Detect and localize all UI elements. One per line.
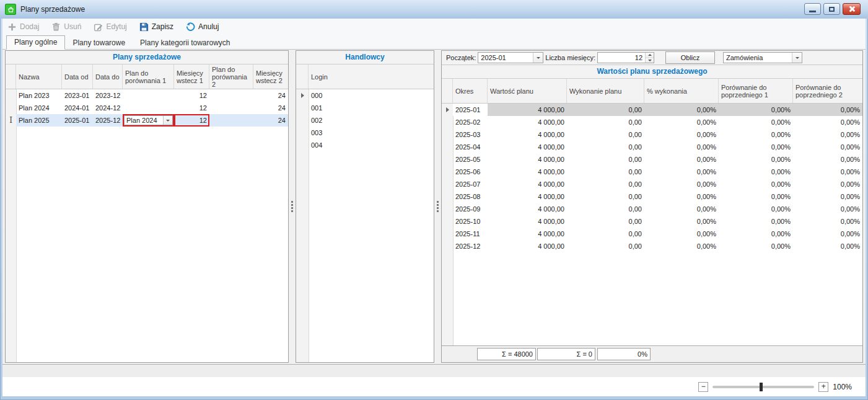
grid-cell[interactable]: 2025-12 bbox=[453, 240, 488, 252]
table-row[interactable]: 2025-114 000,000,000,00%0,00%0,00% bbox=[442, 228, 862, 240]
row-selector[interactable] bbox=[296, 102, 309, 114]
grid-cell[interactable]: 0,00% bbox=[644, 215, 719, 228]
grid-cell[interactable] bbox=[209, 89, 253, 102]
grid-cell[interactable]: Plan 2025 bbox=[16, 114, 62, 127]
grid-cell[interactable]: 0,00% bbox=[793, 240, 862, 252]
table-row[interactable]: 2025-054 000,000,000,00%0,00%0,00% bbox=[442, 153, 862, 166]
add-button[interactable]: Dodaj bbox=[7, 22, 39, 32]
grid-cell[interactable]: 2023-12 bbox=[93, 89, 123, 102]
row-selector[interactable] bbox=[442, 240, 453, 252]
grid-cell[interactable]: 4 000,00 bbox=[488, 128, 567, 141]
delete-button[interactable]: Usuń bbox=[51, 22, 81, 32]
grid-cell[interactable]: 12 bbox=[174, 114, 209, 127]
table-row[interactable]: 002 bbox=[296, 114, 434, 127]
column-header-data-do[interactable]: Data do bbox=[93, 64, 123, 89]
grid-cell[interactable]: 2025-07 bbox=[453, 178, 488, 190]
grid-cell[interactable]: 0,00% bbox=[719, 190, 793, 203]
zoom-out-button[interactable]: − bbox=[698, 382, 708, 392]
table-row[interactable]: 2025-104 000,000,000,00%0,00%0,00% bbox=[442, 215, 862, 228]
grid-cell[interactable]: 4 000,00 bbox=[488, 215, 567, 228]
row-selector[interactable] bbox=[442, 104, 453, 116]
grid-cell[interactable]: 2025-04 bbox=[453, 141, 488, 153]
zoom-in-button[interactable]: + bbox=[818, 382, 828, 392]
spin-up-icon[interactable] bbox=[646, 53, 654, 58]
row-selector[interactable] bbox=[296, 139, 309, 151]
grid-cell[interactable]: 0,00% bbox=[644, 203, 719, 215]
grid-cell[interactable]: 2025-10 bbox=[453, 215, 488, 228]
table-row[interactable]: 2025-034 000,000,000,00%0,00%0,00% bbox=[442, 128, 862, 141]
column-header-plan-do-porownania-1[interactable]: Plan do porównania 1 bbox=[123, 64, 174, 89]
grid-cell[interactable]: 4 000,00 bbox=[488, 153, 567, 166]
grid-cell[interactable]: 0,00 bbox=[567, 178, 644, 190]
grid-cell[interactable]: 0,00% bbox=[719, 228, 793, 240]
zoom-slider-thumb[interactable] bbox=[760, 383, 763, 391]
grid-cell[interactable]: 2025-11 bbox=[453, 228, 488, 240]
chevron-down-icon[interactable] bbox=[163, 116, 172, 125]
chevron-down-icon[interactable] bbox=[533, 53, 543, 63]
table-row[interactable]: Plan 20242024-012024-121224 bbox=[6, 102, 288, 114]
grid-cell[interactable]: 0,00 bbox=[567, 141, 644, 153]
chevron-down-icon[interactable] bbox=[792, 53, 802, 63]
grid-cell[interactable]: 2025-01 bbox=[453, 104, 488, 116]
zoom-slider[interactable] bbox=[712, 386, 814, 388]
grid-cell[interactable]: 4 000,00 bbox=[488, 228, 567, 240]
edit-button[interactable]: Edytuj bbox=[94, 22, 126, 32]
row-selector[interactable] bbox=[442, 128, 453, 141]
grid-cell[interactable]: 2025-02 bbox=[453, 116, 488, 128]
grid-cell[interactable]: 0,00% bbox=[644, 178, 719, 190]
row-selector[interactable]: I bbox=[6, 114, 16, 127]
table-row[interactable]: 000 bbox=[296, 89, 434, 102]
grid-cell[interactable] bbox=[123, 102, 174, 114]
grid-cell[interactable]: 4 000,00 bbox=[488, 190, 567, 203]
row-selector[interactable] bbox=[442, 153, 453, 166]
grid-cell[interactable] bbox=[209, 114, 253, 127]
grid-cell[interactable]: 0,00% bbox=[793, 166, 862, 178]
source-combobox[interactable]: Zamówienia bbox=[723, 52, 802, 63]
column-header-miesiecy-wstecz-1[interactable]: Miesięcy wstecz 1 bbox=[174, 64, 209, 89]
plan-comparison-dropdown[interactable]: Plan 2024 bbox=[124, 115, 173, 125]
grid-cell[interactable]: 4 000,00 bbox=[488, 178, 567, 190]
grid-cell[interactable]: 2024-01 bbox=[62, 102, 93, 114]
grid-cell[interactable]: 24 bbox=[253, 102, 288, 114]
row-selector[interactable] bbox=[6, 102, 16, 114]
grid-cell[interactable]: 12 bbox=[174, 102, 209, 114]
table-row[interactable]: 2025-084 000,000,000,00%0,00%0,00% bbox=[442, 190, 862, 203]
row-selector[interactable] bbox=[442, 116, 453, 128]
grid-cell[interactable]: 000 bbox=[309, 89, 434, 102]
grid-cell[interactable]: 24 bbox=[253, 89, 288, 102]
grid-cell[interactable]: 2025-05 bbox=[453, 153, 488, 166]
table-row[interactable]: Plan 20232023-012023-121224 bbox=[6, 89, 288, 102]
grid-cell[interactable]: 0,00% bbox=[719, 240, 793, 252]
grid-cell[interactable]: 0,00% bbox=[719, 203, 793, 215]
grid-cell[interactable]: 2025-06 bbox=[453, 166, 488, 178]
table-row[interactable]: 2025-064 000,000,000,00%0,00%0,00% bbox=[442, 166, 862, 178]
grid-cell[interactable]: 0,00 bbox=[567, 166, 644, 178]
table-row[interactable]: 2025-124 000,000,000,00%0,00%0,00% bbox=[442, 240, 862, 252]
grid-cell[interactable]: 004 bbox=[309, 139, 434, 151]
column-header-miesiecy-wstecz-2[interactable]: Miesięcy wstecz 2 bbox=[253, 64, 288, 89]
splitter-right[interactable] bbox=[434, 50, 441, 363]
grid-cell[interactable] bbox=[123, 89, 174, 102]
grid-cell[interactable]: 2025-01 bbox=[62, 114, 93, 127]
grid-cell[interactable]: 0,00 bbox=[567, 190, 644, 203]
months-spinner[interactable]: 12 bbox=[597, 52, 654, 63]
grid-cell[interactable]: 0,00 bbox=[567, 116, 644, 128]
grid-cell[interactable]: 0,00% bbox=[719, 128, 793, 141]
grid-cell[interactable]: 0,00% bbox=[719, 178, 793, 190]
table-row[interactable]: 2025-074 000,000,000,00%0,00%0,00% bbox=[442, 178, 862, 190]
spin-down-icon[interactable] bbox=[646, 58, 654, 63]
row-selector[interactable] bbox=[442, 166, 453, 178]
grid-cell[interactable]: 0,00% bbox=[644, 128, 719, 141]
grid-cell[interactable]: 2024-12 bbox=[93, 102, 123, 114]
grid-cell[interactable]: Plan 2024 bbox=[16, 102, 62, 114]
grid-cell[interactable]: 001 bbox=[309, 102, 434, 114]
oblicz-button[interactable]: Oblicz bbox=[665, 51, 715, 64]
column-header-wartosc-planu[interactable]: Wartość planu bbox=[488, 79, 567, 103]
grid-cell[interactable]: 0,00 bbox=[567, 228, 644, 240]
column-header-wykonanie-planu[interactable]: Wykonanie planu bbox=[567, 79, 644, 103]
row-selector[interactable] bbox=[442, 141, 453, 153]
tab-plany-kategorii-towarowych[interactable]: Plany kategorii towarowych bbox=[133, 37, 237, 50]
row-selector[interactable] bbox=[442, 203, 453, 215]
grid-cell[interactable]: 0,00 bbox=[567, 153, 644, 166]
tab-plany-towarowe[interactable]: Plany towarowe bbox=[65, 37, 133, 50]
